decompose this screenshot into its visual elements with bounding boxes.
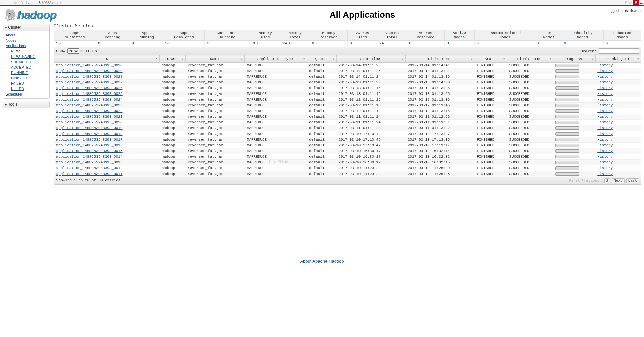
page-next[interactable]: Next bbox=[612, 178, 624, 183]
sidebar-link-nodes[interactable]: Nodes bbox=[6, 38, 47, 43]
apps-header-finishtime[interactable]: FinishTime◇ bbox=[406, 55, 475, 63]
reload-icon[interactable]: ⟳ bbox=[14, 1, 17, 5]
page-prev[interactable]: Previous bbox=[581, 179, 599, 183]
tracking-link[interactable]: History bbox=[597, 115, 613, 119]
sidebar-app-state-new_saving[interactable]: NEW_SAVING bbox=[11, 54, 47, 59]
sidebar-app-state-new[interactable]: NEW bbox=[11, 48, 47, 54]
tracking-link[interactable]: History bbox=[597, 149, 613, 153]
tracking-link[interactable]: History bbox=[597, 143, 613, 147]
app-id-link[interactable]: application_1488953948393_0019 bbox=[56, 126, 123, 130]
tracking-link[interactable]: History bbox=[597, 86, 613, 90]
table-row: application_1488953948393_0015hadoopreve… bbox=[54, 148, 641, 154]
tracking-link[interactable]: History bbox=[597, 166, 613, 170]
cell: History bbox=[595, 68, 641, 74]
sidebar-app-state-submitted[interactable]: SUBMITTED bbox=[11, 59, 47, 65]
tracking-link[interactable]: History bbox=[597, 109, 613, 113]
app-id-link[interactable]: application_1488953948393_0025 bbox=[56, 92, 123, 96]
cell: History bbox=[595, 148, 641, 154]
apps-header-tracking-ui[interactable]: Tracking UI◇ bbox=[595, 55, 641, 63]
tracking-link[interactable]: History bbox=[597, 155, 613, 159]
tracking-link[interactable]: History bbox=[597, 126, 613, 130]
page-2[interactable]: 2 bbox=[604, 178, 611, 183]
metrics-link[interactable]: 0 bbox=[606, 41, 608, 45]
tracking-link[interactable]: History bbox=[597, 103, 613, 107]
back-icon[interactable]: ← bbox=[1, 1, 5, 5]
apps-header-finalstatus[interactable]: FinalStatus◇ bbox=[507, 55, 553, 63]
translate-icon[interactable]: ⎘ bbox=[625, 1, 627, 5]
pinterest-icon[interactable]: P bbox=[633, 0, 639, 5]
table-row: application_1488953948393_0014hadoopreve… bbox=[54, 154, 641, 160]
search-input[interactable] bbox=[599, 48, 639, 54]
cell: default bbox=[307, 80, 336, 85]
page-first[interactable]: First bbox=[569, 179, 580, 183]
metrics-link[interactable]: 3 bbox=[447, 41, 449, 45]
metrics-value: 0 bbox=[474, 41, 536, 46]
url-display[interactable]: hadoop3:8088/cluster bbox=[26, 1, 625, 5]
app-id-link[interactable]: application_1488953948393_0024 bbox=[56, 98, 123, 102]
page-1[interactable]: 1 bbox=[601, 179, 603, 183]
cell: application_1488953948393_0020 bbox=[54, 120, 160, 125]
cell: reverser_fat.jar bbox=[186, 85, 245, 91]
tracking-link[interactable]: History bbox=[597, 69, 613, 73]
tracking-link[interactable]: History bbox=[597, 172, 613, 176]
metrics-link[interactable]: 0 bbox=[477, 41, 479, 45]
star-icon[interactable]: ☆ bbox=[629, 1, 632, 5]
apps-header-starttime[interactable]: StartTime◇ bbox=[336, 55, 406, 63]
app-id-link[interactable]: application_1488953948393_0026 bbox=[56, 86, 123, 90]
sidebar-app-state-failed[interactable]: FAILED bbox=[11, 81, 47, 86]
sidebar-cluster-header[interactable]: ▾ Cluster bbox=[3, 24, 49, 31]
apps-header-progress[interactable]: Progress◇ bbox=[553, 55, 596, 63]
tracking-link[interactable]: History bbox=[597, 80, 613, 84]
metrics-link[interactable]: 0 bbox=[538, 41, 540, 45]
tracking-link[interactable]: History bbox=[597, 92, 613, 96]
app-id-link[interactable]: application_1488953948393_0018 bbox=[56, 132, 123, 136]
app-id-link[interactable]: application_1488953948393_0012 bbox=[56, 166, 123, 170]
app-id-link[interactable]: application_1488953948393_0016 bbox=[56, 143, 123, 147]
tracking-link[interactable]: History bbox=[597, 132, 613, 136]
app-id-link[interactable]: application_1488953948393_0023 bbox=[56, 103, 123, 107]
tracking-link[interactable]: History bbox=[597, 160, 613, 164]
sidebar-link-scheduler[interactable]: Scheduler bbox=[6, 91, 47, 97]
apps-header-id[interactable]: ID▼ bbox=[54, 55, 160, 63]
forward-icon[interactable]: → bbox=[8, 1, 11, 5]
app-id-link[interactable]: application_1488953948393_0029 bbox=[56, 69, 123, 73]
cell: MAPREDUCE bbox=[245, 171, 307, 177]
apps-header-state[interactable]: State◇ bbox=[475, 55, 507, 63]
cell bbox=[553, 143, 596, 148]
app-id-link[interactable]: application_1488953948393_0020 bbox=[56, 120, 123, 124]
sidebar-app-state-finished[interactable]: FINISHED bbox=[11, 75, 47, 81]
app-id-link[interactable]: application_1488953948393_0028 bbox=[56, 75, 123, 79]
app-id-link[interactable]: application_1488953948393_0014 bbox=[56, 155, 123, 159]
tracking-link[interactable]: History bbox=[597, 63, 613, 67]
entries-select[interactable]: 20 bbox=[67, 48, 79, 54]
cell: SUCCEEDED bbox=[507, 125, 553, 131]
apps-header-user[interactable]: User◇ bbox=[160, 55, 186, 63]
apps-header-name[interactable]: Name◇ bbox=[186, 55, 245, 63]
tracking-link[interactable]: History bbox=[597, 138, 613, 142]
cell: reverser_fat.jar bbox=[186, 91, 245, 97]
tracking-link[interactable]: History bbox=[597, 120, 613, 124]
hamburger-icon[interactable]: ≡ bbox=[640, 0, 643, 5]
sidebar-app-state-accepted[interactable]: ACCEPTED bbox=[11, 65, 47, 70]
metrics-link[interactable]: 0 bbox=[564, 41, 566, 45]
app-id-link[interactable]: application_1488953948393_0021 bbox=[56, 115, 123, 119]
app-id-link[interactable]: application_1488953948393_0017 bbox=[56, 138, 123, 142]
app-id-link[interactable]: application_1488953948393_0027 bbox=[56, 80, 123, 84]
metrics-value: 0 bbox=[603, 41, 641, 46]
sidebar-tools-header[interactable]: ▸ Tools bbox=[3, 101, 49, 108]
sidebar-link-applications[interactable]: Applications bbox=[6, 43, 47, 48]
sidebar-app-state-running[interactable]: RUNNING bbox=[11, 70, 47, 75]
app-id-link[interactable]: application_1488953948393_0011 bbox=[56, 172, 123, 176]
app-id-link[interactable]: application_1488953948393_0013 bbox=[56, 160, 123, 164]
page-last[interactable]: Last bbox=[626, 178, 639, 183]
app-id-link[interactable]: application_1488953948393_0030 bbox=[56, 63, 123, 67]
apps-header-application-type[interactable]: Application Type◇ bbox=[245, 55, 307, 63]
tracking-link[interactable]: History bbox=[597, 75, 613, 79]
apps-header-queue[interactable]: Queue◇ bbox=[307, 55, 336, 63]
sidebar-app-state-killed[interactable]: KILLED bbox=[11, 86, 47, 91]
app-id-link[interactable]: application_1488953948393_0022 bbox=[56, 109, 123, 113]
tracking-link[interactable]: History bbox=[597, 98, 613, 102]
sidebar-link-about[interactable]: About bbox=[6, 32, 47, 38]
app-id-link[interactable]: application_1488953948393_0015 bbox=[56, 149, 123, 153]
about-hadoop-link[interactable]: About Apache Hadoop bbox=[300, 259, 344, 264]
